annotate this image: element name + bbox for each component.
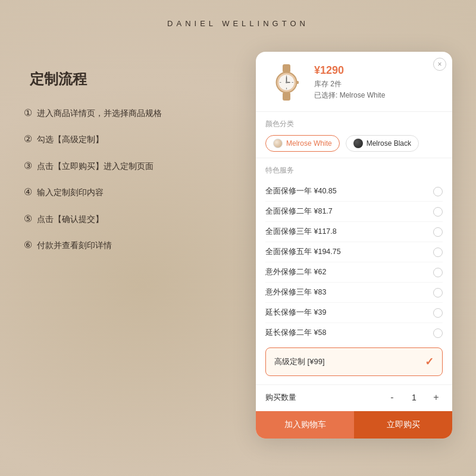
instruction-item: ③ 点击【立即购买】进入定制页面 (24, 159, 244, 173)
buy-now-button[interactable]: 立即购买 (354, 411, 452, 439)
color-section-title: 颜色分类 (265, 119, 443, 129)
service-label: 全面保修二年 ¥81.7 (265, 206, 333, 217)
instruction-item: ② 勾选【高级定制】 (24, 133, 244, 146)
quantity-label: 购买数量 (265, 392, 296, 403)
color-section: 颜色分类 Melrose White Melrose Black (256, 112, 452, 158)
instruction-text: 付款并查看刻印详情 (37, 239, 112, 252)
product-stock: 库存 2件 (314, 79, 443, 89)
product-price: ¥1290 (314, 64, 443, 77)
color-options: Melrose White Melrose Black (265, 135, 443, 152)
service-label: 全面保修一年 ¥40.85 (265, 186, 337, 196)
service-radio[interactable] (433, 248, 443, 257)
service-item[interactable]: 全面保修五年 ¥194.75 (265, 242, 443, 262)
brand-name: DANIEL WELLINGTON (167, 19, 309, 28)
product-selected-color: 已选择: Melrose White (314, 90, 443, 101)
quantity-increase-button[interactable]: + (430, 391, 443, 404)
service-radio[interactable] (433, 328, 443, 338)
checkmark-icon: ✓ (425, 355, 434, 368)
color-label-white: Melrose White (286, 139, 332, 148)
quantity-controls: - 1 + (386, 391, 443, 404)
quantity-section: 购买数量 - 1 + (256, 384, 452, 411)
custom-label: 高级定制 [¥99] (274, 356, 325, 367)
instruction-text: 点击【立即购买】进入定制页面 (37, 159, 154, 173)
instruction-num: ④ (24, 186, 32, 199)
quantity-decrease-button[interactable]: - (386, 391, 399, 404)
service-label: 意外保修二年 ¥62 (265, 267, 326, 277)
svg-point-10 (286, 82, 287, 83)
service-item[interactable]: 全面保修三年 ¥117.8 (265, 222, 443, 242)
custom-bar[interactable]: 高级定制 [¥99] ✓ (265, 347, 443, 376)
color-dot-white (273, 139, 283, 148)
instruction-item: ⑥ 付款并查看刻印详情 (24, 239, 244, 252)
service-label: 延长保修二年 ¥58 (265, 328, 326, 338)
services-section: 特色服务 全面保修一年 ¥40.85 全面保修二年 ¥81.7 全面保修三年 ¥… (256, 158, 452, 347)
add-to-cart-button[interactable]: 加入购物车 (256, 411, 354, 439)
brand-header: DANIEL WELLINGTON (0, 0, 476, 40)
product-info: ¥1290 库存 2件 已选择: Melrose White (314, 64, 443, 101)
action-buttons: 加入购物车 立即购买 (256, 411, 452, 439)
product-image (265, 61, 307, 103)
services-title: 特色服务 (265, 165, 443, 176)
service-item[interactable]: 意外保修二年 ¥62 (265, 262, 443, 283)
instruction-num: ⑥ (24, 239, 32, 252)
instruction-num: ① (24, 107, 32, 120)
instruction-text: 勾选【高级定制】 (37, 133, 104, 146)
service-radio[interactable] (433, 187, 443, 196)
service-radio[interactable] (433, 268, 443, 277)
close-button[interactable]: × (433, 58, 446, 71)
service-radio[interactable] (433, 207, 443, 217)
instruction-text: 进入商品详情页，并选择商品规格 (37, 107, 162, 120)
product-panel: × (256, 52, 452, 439)
instructions-panel: 定制流程 ① 进入商品详情页，并选择商品规格 ② 勾选【高级定制】 ③ 点击【立… (24, 52, 256, 265)
service-label: 全面保修三年 ¥117.8 (265, 227, 337, 237)
service-label: 延长保修一年 ¥39 (265, 308, 326, 318)
svg-rect-11 (296, 81, 299, 84)
instruction-num: ⑤ (24, 212, 32, 226)
service-item[interactable]: 全面保修一年 ¥40.85 (265, 181, 443, 202)
instruction-item: ④ 输入定制刻印内容 (24, 186, 244, 199)
service-item[interactable]: 延长保修二年 ¥58 (265, 323, 443, 343)
watch-illustration (267, 63, 306, 102)
color-option-black[interactable]: Melrose Black (346, 135, 419, 152)
instruction-num: ② (24, 133, 32, 146)
quantity-value: 1 (408, 393, 420, 402)
service-radio[interactable] (433, 227, 443, 237)
service-label: 全面保修五年 ¥194.75 (265, 247, 341, 257)
color-dot-black (353, 139, 363, 148)
service-item[interactable]: 意外保修三年 ¥83 (265, 283, 443, 303)
color-option-white[interactable]: Melrose White (265, 135, 340, 152)
color-label-black: Melrose Black (367, 139, 411, 148)
service-item[interactable]: 延长保修一年 ¥39 (265, 303, 443, 323)
service-radio[interactable] (433, 288, 443, 298)
svg-rect-1 (283, 92, 290, 101)
instruction-item: ⑤ 点击【确认提交】 (24, 212, 244, 226)
instruction-num: ③ (24, 159, 32, 173)
product-header: ¥1290 库存 2件 已选择: Melrose White (256, 52, 452, 112)
instruction-text: 点击【确认提交】 (37, 212, 104, 226)
instructions-title: 定制流程 (30, 70, 244, 89)
svg-rect-0 (283, 64, 290, 73)
service-radio[interactable] (433, 308, 443, 318)
service-label: 意外保修三年 ¥83 (265, 287, 326, 298)
instruction-item: ① 进入商品详情页，并选择商品规格 (24, 107, 244, 120)
instruction-text: 输入定制刻印内容 (37, 186, 104, 199)
service-item[interactable]: 全面保修二年 ¥81.7 (265, 202, 443, 222)
